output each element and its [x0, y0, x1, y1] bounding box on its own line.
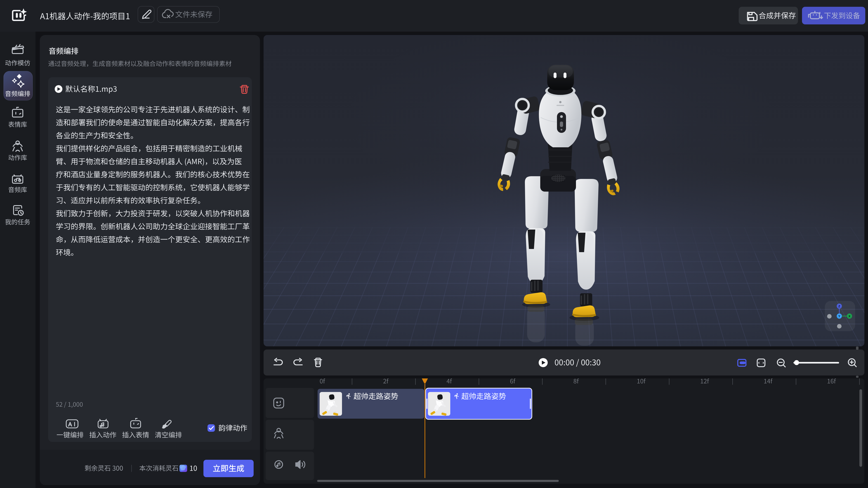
svg-text:Y: Y	[838, 315, 840, 318]
svg-text:X: X	[848, 315, 850, 318]
svg-text:Z: Z	[838, 304, 840, 308]
